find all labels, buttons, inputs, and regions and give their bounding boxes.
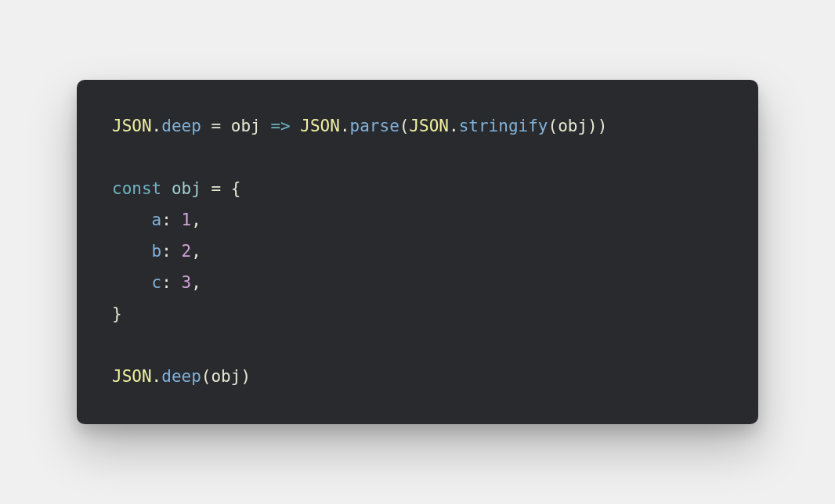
code-token [112,242,152,261]
code-token: JSON [300,117,340,135]
code-token: obj [558,117,587,135]
code-token [261,117,271,135]
code-token: . [449,117,459,135]
code-token: : [161,211,172,229]
code-token: obj [211,367,240,386]
code-token: const [112,179,161,198]
code-token: , [191,242,201,261]
code-token: obj [231,117,261,135]
code-token: : [161,242,172,261]
code-token [112,273,152,292]
code-token [112,211,152,229]
code-token: : [161,273,172,292]
code-token: 2 [182,242,192,261]
code-token: ) [587,117,598,135]
code-token: = [211,117,221,135]
code-token: = [211,179,221,198]
code-token: , [191,273,201,292]
code-token [172,273,182,292]
code-token: . [340,117,350,135]
code-token: JSON [112,367,152,386]
code-token: ( [201,367,211,386]
code-token: ( [399,117,410,135]
code-card: JSON.deep = obj => JSON.parse(JSON.strin… [77,80,758,423]
code-token: obj [172,179,201,198]
code-token: 1 [182,211,192,229]
code-token: => [270,117,290,135]
code-block: JSON.deep = obj => JSON.parse(JSON.strin… [112,111,723,392]
code-token [201,117,211,135]
code-token: ) [240,367,251,386]
code-token: , [191,211,201,229]
code-token [161,179,172,198]
code-token: } [112,304,122,323]
code-token: parse [350,117,399,135]
code-token [172,211,182,229]
code-token: 3 [182,273,192,292]
code-token: ) [598,117,608,135]
code-token: . [152,117,162,135]
code-token [291,117,301,135]
code-token [172,242,182,261]
code-token: deep [161,367,201,386]
code-token: b [152,242,162,261]
code-token [201,179,211,198]
code-token: stringify [459,117,548,135]
code-token: . [152,367,162,386]
code-token: { [231,179,241,198]
code-token: a [152,211,162,229]
code-token: JSON [409,117,449,135]
code-token: c [152,273,162,292]
code-token [221,117,231,135]
code-token: JSON [112,117,152,135]
code-token: deep [161,117,201,135]
code-token [221,179,231,198]
code-token: ( [548,117,558,135]
